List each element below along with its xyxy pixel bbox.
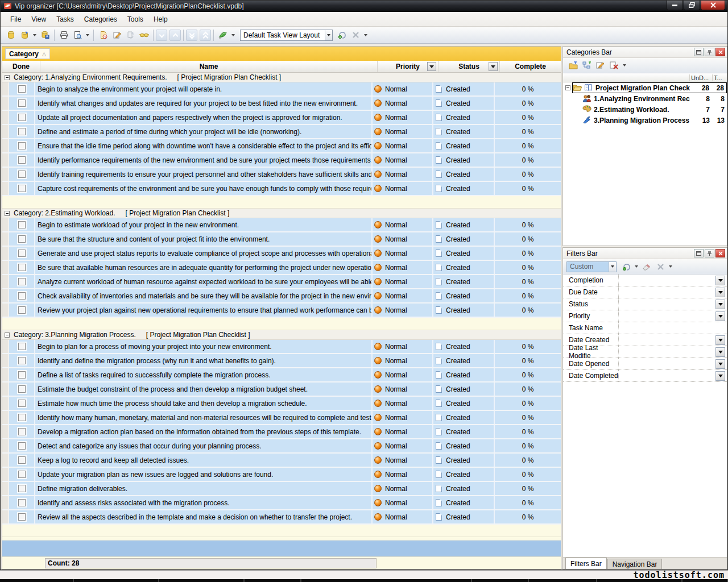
task-row[interactable]: Estimate the budget constraint of the pr… [2,383,561,397]
column-header-complete[interactable]: Complete [500,61,561,72]
task-row[interactable]: Generate and use project status reports … [2,247,561,261]
task-checkbox[interactable] [18,513,26,521]
filter-preset-arrow[interactable] [609,262,616,272]
group-header[interactable]: Category: 3.Planning Migration Process. … [2,330,561,340]
task-row[interactable]: Estimate how much time the process shoul… [2,397,561,411]
task-checkbox[interactable] [18,371,26,379]
task-row[interactable]: Review your project plan against new ope… [2,304,561,318]
collapse-icon[interactable] [5,332,10,338]
task-row[interactable]: Be sure that the structure and content o… [2,232,561,247]
menu-item-tools[interactable]: Tools [122,14,148,25]
panel-restore-button[interactable] [694,48,704,56]
tree-column-undone[interactable]: UnD... [689,74,712,81]
task-row[interactable]: Identify how many human, monetary, mater… [2,411,561,425]
layout-combo[interactable]: Default Task View Layout [240,30,333,41]
move-bottom-button[interactable] [186,30,197,41]
task-checkbox[interactable] [18,85,26,93]
task-checkbox[interactable] [18,485,26,492]
print-button[interactable] [57,28,71,42]
filter-dropdown-button[interactable] [715,300,725,309]
task-checkbox[interactable] [18,185,26,192]
column-header-done[interactable]: Done [2,61,40,72]
categories-toolbar-dropdown[interactable] [623,64,626,66]
task-checkbox[interactable] [18,114,26,121]
category-tree-item[interactable]: 2.Estimating Workload. 7 7 [563,104,727,115]
filter-value-field[interactable] [619,298,715,310]
task-row[interactable]: Capture cost requirements of the environ… [2,182,561,196]
task-checkbox[interactable] [18,428,26,435]
task-checkbox[interactable] [18,264,26,271]
selection-band[interactable] [2,541,561,556]
save-layout-button[interactable] [335,28,349,42]
filter-dropdown-button[interactable] [715,359,725,369]
task-row[interactable]: Define a list of tasks required to succe… [2,368,561,383]
new-task-button[interactable] [96,28,110,42]
delete-category-button[interactable] [607,59,621,72]
task-checkbox[interactable] [18,357,26,364]
task-checkbox[interactable] [18,414,26,421]
task-row[interactable]: Develop a migration action plan based on… [2,425,561,439]
tab-navigation-bar[interactable]: Navigation Bar [607,559,663,569]
open-database-button[interactable] [18,28,31,42]
task-checkbox[interactable] [18,250,26,257]
group-header[interactable]: Category: 2.Estimating Workload. [ Proje… [2,209,561,218]
filter-value-field[interactable] [619,370,715,381]
task-checkbox[interactable] [18,142,26,149]
task-row[interactable]: Define and estimate a period of time dur… [2,125,561,139]
move-top-button[interactable] [200,30,211,41]
status-filter-dropdown[interactable] [489,62,498,71]
column-header-priority[interactable]: Priority [378,61,439,72]
group-by-category-button[interactable]: Category △ [5,48,50,59]
task-checkbox[interactable] [18,385,26,393]
column-header-name[interactable]: Name [40,61,378,72]
print-preview-button[interactable] [71,28,84,42]
collapse-icon[interactable] [5,75,10,80]
apply-filter-dropdown[interactable] [635,265,638,268]
category-tree-item[interactable]: Project Migration Plan Check 28 28 [563,82,727,93]
collapse-icon[interactable] [565,85,570,90]
new-task-row[interactable] [2,525,561,537]
filter-dropdown-button[interactable] [715,335,725,345]
task-checkbox[interactable] [18,442,26,450]
task-row[interactable]: Review all the aspects described in the … [2,510,561,525]
filter-preset-combo[interactable]: Custom [566,261,617,272]
new-database-button[interactable] [4,28,18,42]
layout-view-button[interactable] [216,28,230,42]
new-task-row[interactable] [2,196,561,209]
minimize-button[interactable] [667,1,683,10]
task-row[interactable]: Begin to plan for a process of moving yo… [2,340,561,354]
collapse-icon[interactable] [5,211,10,216]
panel-restore-button[interactable] [694,249,704,257]
filter-dropdown-button[interactable] [715,311,725,321]
task-row[interactable]: Update all project documentation and pap… [2,111,561,125]
new-task-row[interactable] [2,318,561,330]
layout-dropdown[interactable] [231,34,235,36]
task-row[interactable]: Identify training requirements to ensure… [2,168,561,182]
task-row[interactable]: Keep a log to record and keep all detect… [2,454,561,468]
tree-column-total[interactable]: T... [712,74,727,81]
filter-value-field[interactable] [619,358,715,369]
filter-dropdown-button[interactable] [715,371,725,381]
group-header[interactable]: Category: 1.Analyzing Environment Requir… [2,73,561,82]
filters-toolbar-dropdown[interactable] [669,265,672,268]
task-checkbox[interactable] [18,456,26,464]
edit-task-button[interactable] [110,28,123,42]
filter-value-field[interactable] [619,286,715,298]
task-row[interactable]: Update your migration plan as new issues… [2,468,561,482]
task-row[interactable]: Be sure that available human resources a… [2,261,561,275]
layout-combo-arrow[interactable] [325,30,332,40]
task-checkbox[interactable] [18,292,26,300]
move-up-button[interactable] [169,30,181,41]
panel-close-button[interactable] [715,249,725,257]
filter-value-field[interactable] [619,275,715,286]
task-row[interactable]: Define migration deliverables. Normal Cr… [2,482,561,496]
task-checkbox[interactable] [18,278,26,285]
task-row[interactable]: Detect and categorize any issues that oc… [2,439,561,454]
panel-close-button[interactable] [715,48,725,56]
panel-pin-button[interactable] [705,48,714,56]
task-checkbox[interactable] [18,471,26,478]
restore-button[interactable] [684,1,700,10]
move-down-button[interactable] [156,30,167,41]
print-dropdown[interactable] [86,34,89,36]
menu-item-help[interactable]: Help [148,14,173,25]
